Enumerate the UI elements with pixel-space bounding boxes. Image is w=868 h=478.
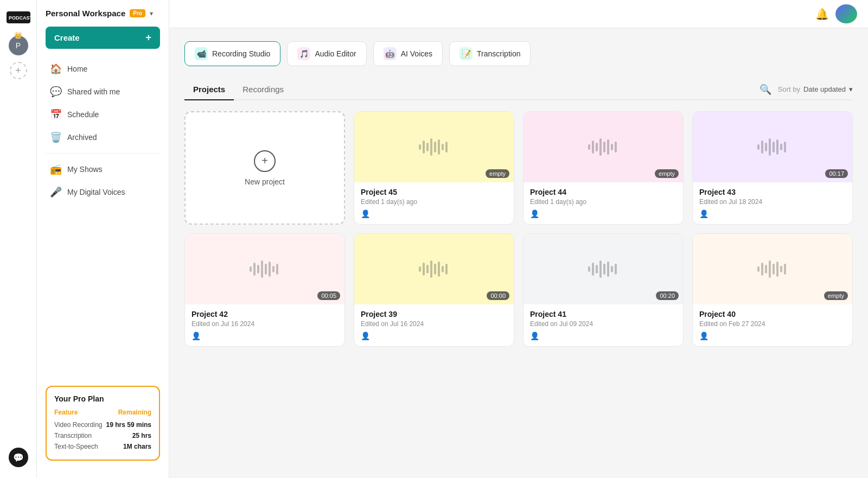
card-title: Project 42 bbox=[192, 310, 338, 318]
new-project-label: New project bbox=[245, 177, 285, 186]
remaining-1: 25 hrs bbox=[132, 432, 151, 439]
empty-badge: empty bbox=[486, 169, 509, 178]
svg-rect-39 bbox=[438, 262, 440, 277]
workspace-header[interactable]: Personal Workspace Pro ▾ bbox=[37, 9, 169, 27]
create-button[interactable]: Create + bbox=[46, 27, 160, 49]
feature-1: Transcription bbox=[54, 432, 92, 439]
pro-plan-box: Your Pro Plan Feature Remaining Video Re… bbox=[46, 386, 160, 461]
add-workspace-button[interactable]: + bbox=[10, 62, 27, 79]
project-card-p39[interactable]: 00:00 Project 39 Edited on Jul 16 2024 👤 bbox=[354, 233, 514, 347]
tab-transcription-label: Transcription bbox=[477, 49, 520, 58]
svg-rect-28 bbox=[257, 265, 259, 273]
svg-rect-56 bbox=[780, 266, 782, 272]
project-card-p43[interactable]: 00:17 Project 43 Edited on Jul 18 2024 👤 bbox=[692, 111, 853, 225]
feature-col-header: Feature bbox=[54, 409, 78, 416]
svg-rect-18 bbox=[757, 144, 760, 150]
home-icon: 🏠 bbox=[50, 63, 62, 75]
sidebar-item-myshows[interactable]: 📻 My Shows bbox=[41, 158, 164, 181]
svg-rect-31 bbox=[269, 262, 271, 277]
svg-rect-55 bbox=[776, 262, 778, 277]
svg-rect-15 bbox=[607, 139, 609, 155]
project-card-p44[interactable]: empty Project 44 Edited 1 day(s) ago 👤 bbox=[523, 111, 684, 225]
tool-tabs: 📹 Recording Studio 🎵 Audio Editor 🤖 AI V… bbox=[184, 41, 853, 66]
card-thumbnail: 00:17 bbox=[693, 112, 852, 182]
card-thumbnail: empty bbox=[354, 112, 514, 182]
card-user-icon: 👤 bbox=[530, 209, 539, 218]
feature-0: Video Recording bbox=[54, 421, 103, 429]
new-project-card[interactable]: + New project bbox=[184, 111, 345, 225]
pro-badge: Pro bbox=[130, 9, 145, 17]
svg-rect-14 bbox=[603, 142, 605, 152]
pro-plan-header: Feature Remaining bbox=[54, 409, 151, 416]
svg-rect-48 bbox=[611, 266, 613, 272]
sort-chevron-icon: ▾ bbox=[849, 85, 853, 93]
svg-rect-13 bbox=[599, 138, 602, 156]
shared-icon: 💬 bbox=[50, 86, 62, 98]
sidebar-item-archived[interactable]: 🗑️ Archived bbox=[41, 126, 164, 149]
tab-ai-voices-label: AI Voices bbox=[401, 49, 432, 58]
project-card-p45[interactable]: empty Project 45 Edited 1 day(s) ago 👤 bbox=[354, 111, 514, 225]
svg-rect-38 bbox=[434, 264, 436, 275]
card-info: Project 44 Edited 1 day(s) ago 👤 bbox=[524, 182, 683, 224]
svg-rect-27 bbox=[253, 263, 256, 276]
project-card-p42[interactable]: 00:05 Project 42 Edited on Jul 16 2024 👤 bbox=[184, 233, 345, 347]
card-info: Project 43 Edited on Jul 18 2024 👤 bbox=[693, 182, 852, 224]
svg-rect-36 bbox=[426, 265, 429, 273]
sidebar-item-home[interactable]: 🏠 Home bbox=[41, 58, 164, 80]
svg-rect-29 bbox=[261, 260, 263, 278]
svg-rect-30 bbox=[265, 264, 267, 275]
new-project-plus-icon: + bbox=[254, 150, 276, 172]
ai-voices-icon: 🤖 bbox=[384, 47, 397, 60]
project-card-p40[interactable]: empty Project 40 Edited on Feb 27 2024 👤 bbox=[692, 233, 853, 347]
card-user-icon: 👤 bbox=[192, 332, 201, 340]
chat-button[interactable]: 💬 bbox=[9, 448, 28, 467]
svg-rect-42 bbox=[588, 266, 590, 272]
main-content: 🔔 📹 Recording Studio 🎵 Audio Editor 🤖 AI… bbox=[169, 0, 868, 478]
workspace-title: Personal Workspace bbox=[46, 9, 125, 18]
sidebar-item-schedule[interactable]: 📅 Schedule bbox=[41, 103, 164, 126]
card-user-icon: 👤 bbox=[699, 209, 709, 218]
notifications-bell-icon[interactable]: 🔔 bbox=[815, 8, 829, 21]
tab-recording-studio[interactable]: 📹 Recording Studio bbox=[184, 41, 280, 66]
svg-rect-40 bbox=[442, 266, 444, 272]
tab-recordings[interactable]: Recordings bbox=[234, 79, 292, 100]
svg-rect-45 bbox=[599, 260, 602, 278]
card-thumbnail: 00:05 bbox=[185, 234, 344, 304]
card-date: Edited 1 day(s) ago bbox=[361, 198, 507, 206]
workspace-avatar[interactable]: 👑 P bbox=[9, 36, 28, 55]
tab-audio-editor-label: Audio Editor bbox=[315, 49, 356, 58]
project-card-p41[interactable]: 00:20 Project 41 Edited on Jul 09 2024 👤 bbox=[523, 233, 684, 347]
card-date: Edited on Jul 16 2024 bbox=[192, 320, 338, 328]
schedule-icon: 📅 bbox=[50, 109, 62, 120]
chat-icon: 💬 bbox=[13, 452, 24, 463]
svg-rect-22 bbox=[773, 142, 775, 152]
audio-editor-icon: 🎵 bbox=[297, 47, 310, 60]
sidebar-item-shared[interactable]: 💬 Shared with me bbox=[41, 80, 164, 103]
tab-projects[interactable]: Projects bbox=[184, 79, 234, 100]
transcription-icon: 📝 bbox=[459, 47, 473, 60]
user-avatar[interactable] bbox=[835, 4, 857, 24]
card-title: Project 39 bbox=[361, 310, 507, 318]
sidebar-item-myvoices[interactable]: 🎤 My Digital Voices bbox=[41, 181, 164, 203]
card-date: Edited on Jul 18 2024 bbox=[699, 198, 846, 206]
sidebar-item-myshows-label: My Shows bbox=[67, 165, 103, 174]
tab-audio-editor[interactable]: 🎵 Audio Editor bbox=[287, 41, 366, 66]
svg-rect-21 bbox=[769, 138, 771, 156]
search-button[interactable]: 🔍 bbox=[760, 84, 771, 95]
sort-by-dropdown[interactable]: Sort by Date updated ▾ bbox=[778, 85, 853, 93]
svg-text:PODCASTLE: PODCASTLE bbox=[9, 15, 30, 21]
archived-icon: 🗑️ bbox=[50, 131, 62, 143]
tab-transcription[interactable]: 📝 Transcription bbox=[449, 41, 531, 66]
content-tab-actions: 🔍 Sort by Date updated ▾ bbox=[760, 84, 853, 95]
svg-rect-26 bbox=[250, 266, 252, 272]
pro-plan-row-0: Video Recording 19 hrs 59 mins bbox=[54, 419, 151, 430]
card-thumbnail: 00:20 bbox=[524, 234, 683, 304]
card-info: Project 39 Edited on Jul 16 2024 👤 bbox=[354, 304, 514, 346]
sidebar-item-schedule-label: Schedule bbox=[67, 110, 99, 119]
svg-rect-4 bbox=[426, 143, 429, 151]
svg-rect-54 bbox=[773, 264, 775, 275]
svg-rect-47 bbox=[607, 262, 609, 277]
app-logo[interactable]: PODCASTLE bbox=[7, 5, 30, 29]
tab-ai-voices[interactable]: 🤖 AI Voices bbox=[373, 41, 443, 66]
remaining-col-header: Remaining bbox=[118, 409, 151, 416]
